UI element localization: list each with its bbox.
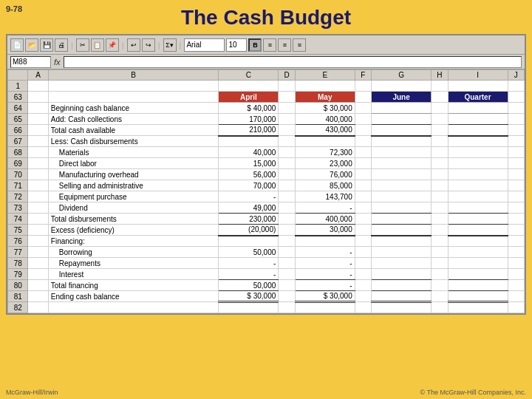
cell-equipment-june [372, 191, 432, 202]
col-header-a: A [28, 70, 48, 81]
cell [432, 202, 448, 214]
cell [279, 158, 295, 169]
cell [355, 92, 371, 103]
may-header: May [295, 92, 355, 103]
toolbar-new[interactable]: 📄 [10, 38, 24, 52]
table-row-63: 63 April May June Quarter [8, 92, 525, 103]
cell-selling-admin-june [372, 180, 432, 191]
cell [355, 280, 371, 291]
cell-total-financing-label: Total financing [48, 280, 219, 291]
cell-excess-april: (20,000) [219, 225, 279, 236]
cell-excess-may: 30,000 [295, 225, 355, 236]
toolbar-redo[interactable]: ↪ [142, 38, 155, 52]
cell-add-collections-label: Add: Cash collections [48, 114, 219, 125]
table-row-73: 73 Dividend 49,000 - [8, 202, 525, 214]
row-header: 76 [8, 236, 28, 247]
cell [432, 180, 448, 191]
table-row-79: 79 Interest - - [8, 269, 525, 280]
spreadsheet: A B C D E F G H I J 1 [7, 69, 525, 313]
toolbar-copy[interactable]: 📋 [91, 38, 104, 52]
cell [508, 92, 524, 103]
cell-mfg-overhead-quarter [448, 169, 508, 180]
cell [355, 158, 371, 169]
table-row-70: 70 Manufacturing overhead 56,000 76,000 [8, 169, 525, 180]
col-header-d: D [279, 70, 295, 81]
cell [28, 202, 48, 214]
cell [28, 280, 48, 291]
row-header: 66 [8, 125, 28, 136]
cell-dividend-quarter [448, 202, 508, 214]
toolbar-print[interactable]: 🖨 [55, 38, 68, 52]
june-header: June [372, 92, 432, 103]
cell-interest-april: - [219, 269, 279, 280]
table-row-81: 81 Ending cash balance $ 30,000 $ 30,000 [8, 291, 525, 302]
cell [372, 136, 432, 147]
font-selector[interactable] [184, 38, 225, 52]
cell [508, 180, 524, 191]
cell-repayments-label: Repayments [48, 258, 219, 269]
toolbar-paste[interactable]: 📌 [106, 38, 119, 52]
cell-less-disbursements-label: Less: Cash disbursements [48, 136, 219, 147]
cell [28, 81, 48, 92]
toolbar-open[interactable]: 📂 [25, 38, 38, 52]
cell-materials-may: 72,300 [295, 147, 355, 158]
table-row-80: 80 Total financing 50,000 - [8, 280, 525, 291]
row-header: 68 [8, 147, 28, 158]
col-header-i: I [448, 70, 508, 81]
cell [432, 236, 448, 247]
table-row-75: 75 Excess (deficiency) (20,000) 30,000 [8, 225, 525, 236]
col-header-e: E [295, 70, 355, 81]
font-size-selector[interactable] [226, 38, 247, 52]
cell-equipment-may: 143,700 [295, 191, 355, 202]
cell [28, 147, 48, 158]
row-header: 69 [8, 158, 28, 169]
bold-button[interactable]: B [248, 38, 262, 52]
cell [28, 214, 48, 225]
cell [28, 103, 48, 114]
cell [279, 280, 295, 291]
name-box[interactable] [10, 56, 51, 68]
cell-materials-label: Materials [48, 147, 219, 158]
cell [448, 302, 508, 313]
align-left-button[interactable]: ≡ [263, 38, 276, 52]
cell-total-disbursements-label: Total disbursements [48, 214, 219, 225]
cell-add-collections-quarter [448, 114, 508, 125]
cell [432, 147, 448, 158]
cell [279, 225, 295, 236]
col-header-empty [8, 70, 28, 81]
cell-materials-june [372, 147, 432, 158]
table-row-78: 78 Repayments - - [8, 258, 525, 269]
toolbar-sigma[interactable]: Σ▾ [163, 38, 177, 52]
cell [508, 302, 524, 313]
toolbar-cut[interactable]: ✂ [76, 38, 89, 52]
cell [508, 280, 524, 291]
cell [448, 81, 508, 92]
cell-ending-cash-june [372, 291, 432, 302]
cell [355, 258, 371, 269]
row-header: 1 [8, 81, 28, 92]
align-center-button[interactable]: ≡ [278, 38, 291, 52]
cell [372, 81, 432, 92]
cell [279, 247, 295, 258]
col-header-g: G [372, 70, 432, 81]
cell-equipment-april: - [219, 191, 279, 202]
toolbar-save[interactable]: 💾 [40, 38, 53, 52]
row-header: 80 [8, 280, 28, 291]
cell [279, 147, 295, 158]
row-header: 75 [8, 225, 28, 236]
cell [48, 92, 219, 103]
cell [355, 125, 371, 136]
cell [355, 214, 371, 225]
cell-direct-labor-may: 23,000 [295, 158, 355, 169]
april-header: April [219, 92, 279, 103]
row-header: 78 [8, 258, 28, 269]
align-right-button[interactable]: ≡ [293, 38, 306, 52]
cell [28, 191, 48, 202]
cell [219, 136, 279, 147]
cell [279, 81, 295, 92]
toolbar-undo[interactable]: ↩ [127, 38, 140, 52]
cell [28, 92, 48, 103]
formula-input[interactable] [64, 56, 522, 68]
cell-selling-admin-may: 85,000 [295, 180, 355, 191]
cell [432, 214, 448, 225]
